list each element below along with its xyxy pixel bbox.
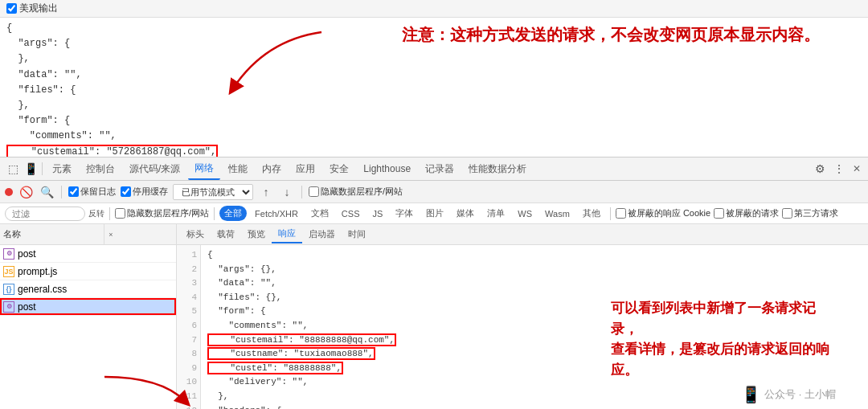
clear-icon[interactable]: 🚫 bbox=[18, 184, 34, 200]
import-icon[interactable]: ↑ bbox=[258, 184, 274, 200]
tab-recorder[interactable]: 记录器 bbox=[419, 159, 461, 179]
hide-network-checkbox[interactable] bbox=[309, 186, 319, 197]
tab-headers[interactable]: 标头 bbox=[180, 226, 211, 243]
tab-application[interactable]: 应用 bbox=[289, 159, 321, 179]
hide-network-label[interactable]: 隐藏数据层程序/网站 bbox=[309, 186, 403, 198]
tab-performance[interactable]: 性能 bbox=[222, 159, 254, 179]
disable-cache-label[interactable]: 停用缓存 bbox=[121, 186, 168, 198]
filter-icon[interactable]: 🔍 bbox=[39, 184, 55, 200]
preserve-log-checkbox[interactable] bbox=[68, 186, 79, 197]
code-line: "args": { bbox=[6, 36, 862, 51]
separator bbox=[301, 186, 302, 198]
device-icon[interactable]: 📱 bbox=[23, 161, 39, 177]
hide-data-url-checkbox[interactable]: 隐藏数据层程序/网站 bbox=[115, 207, 209, 219]
tab-initiator[interactable]: 启动器 bbox=[302, 226, 342, 243]
devtools-toolbar: ⬚ 📱 元素 控制台 源代码/来源 网络 性能 内存 应用 安全 Lightho… bbox=[0, 157, 868, 181]
network-toolbar: 🚫 🔍 保留日志 停用缓存 已用节流模式 ↑ ↓ 隐藏数据层程序/网站 bbox=[0, 181, 868, 203]
code-line: "form": { bbox=[6, 113, 862, 129]
filter-tab-manifest[interactable]: 清单 bbox=[482, 206, 510, 221]
top-section: 美观输出 { "args": { }, "data": "", "files":… bbox=[0, 0, 868, 157]
filter-tab-media[interactable]: 媒体 bbox=[452, 206, 479, 221]
request-item-prompt[interactable]: JS prompt.js bbox=[0, 263, 176, 280]
php-icon: ⚙ bbox=[3, 248, 14, 260]
wechat-watermark: 📱 公众号 · 土小帽 bbox=[741, 385, 836, 404]
arrow-bottom-left bbox=[96, 369, 177, 409]
code-line: "comments": "", bbox=[6, 129, 862, 144]
response-panel: 标头 载荷 预览 响应 启动器 时间 12345 678910 11121314… bbox=[177, 224, 868, 409]
resp-line: "form": { bbox=[207, 305, 862, 319]
recording-dot bbox=[5, 188, 13, 196]
third-party-checkbox[interactable]: 第三方请求 bbox=[782, 207, 838, 219]
code-line: { bbox=[6, 21, 862, 36]
resp-line: "args": {}, bbox=[207, 263, 862, 277]
resp-line: "data": "", bbox=[207, 276, 862, 291]
tab-timing[interactable]: 时间 bbox=[342, 226, 372, 243]
resp-line: { bbox=[207, 248, 862, 263]
disable-cache-checkbox[interactable] bbox=[121, 186, 131, 197]
line-numbers: 12345 678910 1112131415 161718 bbox=[177, 245, 201, 409]
request-list: 名称 × ⚙ post JS prompt.js {} general.css … bbox=[0, 224, 177, 409]
filter-tab-wasm[interactable]: Wasm bbox=[540, 207, 575, 220]
settings-icon[interactable]: ⚙ bbox=[812, 161, 828, 177]
blocked-cookies-checkbox[interactable]: 被屏蔽的响应 Cookie bbox=[616, 207, 710, 219]
reverse-label: 反转 bbox=[88, 206, 104, 222]
tab-preview[interactable]: 预览 bbox=[241, 226, 272, 243]
tab-network[interactable]: 网络 bbox=[188, 158, 220, 180]
tab-response[interactable]: 响应 bbox=[272, 225, 302, 243]
filter-tab-fetch[interactable]: Fetch/XHR bbox=[250, 207, 303, 220]
separator bbox=[214, 207, 215, 220]
js-icon: JS bbox=[3, 266, 14, 277]
separator bbox=[61, 186, 62, 198]
col-close: × bbox=[104, 228, 117, 241]
inspect-icon[interactable]: ⬚ bbox=[5, 161, 21, 177]
code-line-highlight: "custemail": "572861887@qq.com", bbox=[6, 145, 862, 157]
filter-tab-ws[interactable]: WS bbox=[513, 207, 537, 220]
filter-input[interactable] bbox=[5, 207, 85, 221]
col-name: 名称 bbox=[0, 224, 104, 244]
filter-tab-all[interactable]: 全部 bbox=[219, 206, 247, 221]
request-item-post1[interactable]: ⚙ post bbox=[0, 245, 176, 263]
resp-line: "files": {}, bbox=[207, 291, 862, 305]
export-icon[interactable]: ↓ bbox=[279, 184, 295, 200]
more-options-icon[interactable]: ⋮ bbox=[831, 161, 847, 177]
code-line: "data": "", bbox=[6, 67, 862, 83]
code-line: "files": { bbox=[6, 83, 862, 98]
resp-line: "comments": "", bbox=[207, 319, 862, 333]
filter-tab-js[interactable]: JS bbox=[367, 207, 387, 220]
resp-line: "headers": { bbox=[207, 404, 862, 409]
filter-tab-other[interactable]: 其他 bbox=[578, 206, 605, 221]
pretty-print-input[interactable] bbox=[6, 3, 17, 14]
bottom-section: 名称 × ⚙ post JS prompt.js {} general.css … bbox=[0, 224, 868, 409]
separator bbox=[109, 207, 110, 220]
filter-tab-img[interactable]: 图片 bbox=[421, 206, 448, 221]
resp-line-highlight: "custname": "tuxiaomao888", bbox=[207, 347, 862, 362]
tab-memory[interactable]: 内存 bbox=[256, 159, 288, 179]
filter-tab-doc[interactable]: 文档 bbox=[306, 206, 334, 221]
resp-line-highlight: "custemail": "88888888@qq.com", bbox=[207, 333, 862, 348]
separator bbox=[610, 207, 611, 220]
filter-tab-font[interactable]: 字体 bbox=[391, 206, 418, 221]
blocked-requests-checkbox[interactable]: 被屏蔽的请求 bbox=[714, 207, 779, 219]
code-line: }, bbox=[6, 51, 862, 67]
code-line: }, bbox=[6, 98, 862, 113]
css-icon: {} bbox=[3, 284, 14, 295]
tab-perf-insights[interactable]: 性能数据分析 bbox=[462, 159, 533, 179]
php-icon2: ⚙ bbox=[3, 301, 14, 313]
tab-sources[interactable]: 源代码/来源 bbox=[123, 159, 186, 179]
top-code-area: { "args": { }, "data": "", "files": { },… bbox=[0, 18, 868, 157]
tab-payload[interactable]: 载荷 bbox=[211, 226, 241, 243]
tab-lighthouse[interactable]: Lighthouse bbox=[357, 160, 417, 178]
top-bar: 美观输出 bbox=[0, 0, 868, 18]
tab-security[interactable]: 安全 bbox=[323, 159, 355, 179]
tab-elements[interactable]: 元素 bbox=[46, 159, 78, 179]
request-list-header: 名称 × bbox=[0, 224, 176, 245]
request-item-css[interactable]: {} general.css bbox=[0, 280, 176, 298]
preserve-log-label[interactable]: 保留日志 bbox=[68, 186, 116, 198]
request-item-post2[interactable]: ⚙ post bbox=[0, 298, 176, 316]
filter-bar: 反转 隐藏数据层程序/网站 全部 Fetch/XHR 文档 CSS JS 字体 … bbox=[0, 203, 868, 224]
throttle-select[interactable]: 已用节流模式 bbox=[173, 184, 253, 200]
close-devtools-icon[interactable]: ✕ bbox=[850, 162, 863, 175]
pretty-print-checkbox[interactable]: 美观输出 bbox=[6, 2, 58, 15]
filter-tab-css[interactable]: CSS bbox=[337, 207, 365, 220]
tab-console[interactable]: 控制台 bbox=[80, 159, 121, 179]
